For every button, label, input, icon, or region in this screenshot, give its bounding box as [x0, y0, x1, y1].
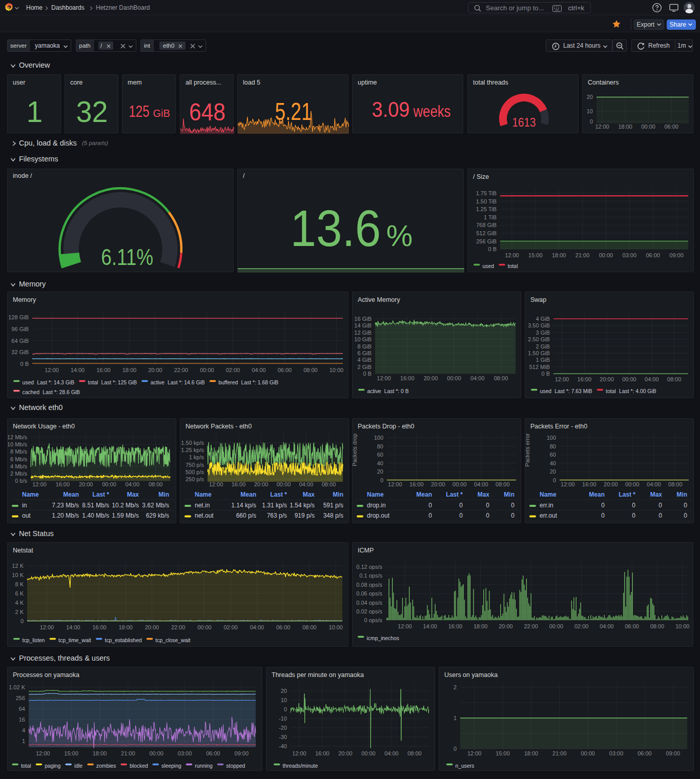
- svg-text:Mean: Mean: [63, 491, 79, 498]
- svg-text:04:00: 04:00: [384, 750, 399, 756]
- svg-text:Packets drop: Packets drop: [353, 434, 358, 466]
- svg-text:0.04 ops/s: 0.04 ops/s: [356, 600, 382, 606]
- svg-text:4 K: 4 K: [15, 600, 24, 606]
- svg-text:Last *: 28.6 GiB: Last *: 28.6 GiB: [43, 389, 80, 395]
- svg-text:stopped: stopped: [226, 763, 245, 769]
- svg-text:16:00: 16:00: [232, 481, 246, 487]
- svg-text:0 B: 0 B: [541, 371, 550, 377]
- svg-text:18:00: 18:00: [552, 252, 566, 258]
- svg-text:22:00: 22:00: [174, 367, 189, 373]
- svg-text:zombies: zombies: [96, 763, 116, 769]
- svg-text:04:00: 04:00: [252, 367, 266, 373]
- svg-text:-10: -10: [279, 715, 287, 722]
- svg-text:used: used: [540, 388, 552, 394]
- svg-text:12 GiB: 12 GiB: [354, 330, 372, 336]
- svg-text:16:00: 16:00: [400, 375, 415, 381]
- svg-text:1: 1: [22, 738, 25, 744]
- svg-text:10: 10: [281, 697, 287, 703]
- svg-text:/ Size: / Size: [473, 173, 489, 180]
- svg-text:Last *: 14.3 GiB: Last *: 14.3 GiB: [37, 380, 74, 385]
- svg-text:0: 0: [632, 512, 635, 519]
- svg-text:60: 60: [550, 452, 556, 458]
- svg-text:12:00: 12:00: [561, 481, 575, 487]
- svg-text:mem: mem: [128, 79, 142, 86]
- svg-text:0: 0: [284, 706, 287, 712]
- svg-text:04:00: 04:00: [250, 624, 264, 630]
- svg-text:20:00: 20:00: [254, 481, 269, 487]
- svg-text:16:00: 16:00: [315, 750, 330, 756]
- svg-text:08:00: 08:00: [322, 481, 336, 487]
- svg-text:3.50 GiB: 3.50 GiB: [528, 322, 550, 329]
- svg-text:32: 32: [76, 95, 108, 128]
- svg-text:18:00: 18:00: [122, 367, 137, 373]
- svg-text:750 p/s: 750 p/s: [186, 462, 204, 468]
- svg-text:06:00: 06:00: [625, 623, 639, 629]
- svg-text:load 5: load 5: [243, 79, 260, 86]
- svg-text:18:00: 18:00: [473, 623, 488, 629]
- svg-text:used: used: [483, 263, 495, 269]
- svg-text:18:00: 18:00: [118, 624, 133, 630]
- svg-text:04:00: 04:00: [645, 376, 659, 382]
- svg-text:0: 0: [459, 502, 463, 509]
- svg-text:04:00: 04:00: [600, 623, 614, 629]
- svg-text:1.14 kp/s: 1.14 kp/s: [231, 502, 256, 509]
- svg-text:Last *: Last *: [92, 491, 109, 498]
- svg-text:uptime: uptime: [358, 79, 377, 86]
- svg-text:09:00: 09:00: [235, 750, 249, 756]
- svg-text:0: 0: [590, 118, 593, 125]
- svg-text:15:00: 15:00: [64, 750, 78, 756]
- svg-text:648: 648: [189, 98, 225, 126]
- svg-text:10 K: 10 K: [12, 572, 24, 578]
- svg-text:0: 0: [632, 502, 635, 509]
- svg-text:64 GiB: 64 GiB: [11, 338, 29, 344]
- svg-text:Mean: Mean: [589, 491, 605, 498]
- svg-text:12 Mb/s: 12 Mb/s: [8, 434, 27, 440]
- svg-text:14 GiB: 14 GiB: [354, 322, 372, 329]
- svg-text:1.40 Mb/s: 1.40 Mb/s: [82, 512, 109, 519]
- svg-text:2 Mb/s: 2 Mb/s: [10, 470, 28, 477]
- svg-text:10:00: 10:00: [330, 367, 344, 373]
- svg-text:08:00: 08:00: [496, 481, 510, 487]
- svg-text:Name: Name: [195, 491, 212, 498]
- svg-text:12:00: 12:00: [377, 375, 391, 381]
- svg-text:active: active: [151, 380, 164, 385]
- svg-text:4 Mb/s: 4 Mb/s: [10, 463, 28, 469]
- svg-text:12:00: 12:00: [595, 124, 609, 130]
- svg-text:1 TiB: 1 TiB: [484, 214, 497, 220]
- svg-text:02:00: 02:00: [223, 624, 238, 630]
- svg-text:blocked: blocked: [130, 763, 148, 769]
- svg-text:16:00: 16:00: [96, 367, 111, 373]
- svg-text:100: 100: [547, 435, 556, 441]
- svg-text:12:00: 12:00: [292, 750, 306, 756]
- svg-text:1 kp/s: 1 kp/s: [189, 454, 204, 460]
- svg-text:total: total: [21, 763, 31, 769]
- svg-text:18:00: 18:00: [93, 750, 107, 756]
- svg-text:in: in: [22, 502, 27, 509]
- svg-text:08:00: 08:00: [650, 623, 665, 629]
- svg-text:Last *: 125 GiB: Last *: 125 GiB: [101, 380, 137, 385]
- svg-text:100: 100: [374, 435, 383, 441]
- svg-text:00:00: 00:00: [599, 252, 613, 258]
- svg-text:00:00: 00:00: [622, 376, 636, 382]
- svg-text:00:00: 00:00: [581, 750, 595, 756]
- svg-text:Last *: Last *: [270, 491, 287, 498]
- svg-text:64: 64: [19, 706, 25, 712]
- svg-text:drop.in: drop.in: [367, 502, 386, 509]
- svg-text:16:00: 16:00: [409, 481, 424, 487]
- svg-text:256: 256: [16, 695, 25, 701]
- svg-text:80: 80: [550, 443, 556, 449]
- svg-text:0.06 ops/s: 0.06 ops/s: [356, 590, 382, 597]
- svg-text:06:00: 06:00: [206, 750, 220, 756]
- svg-text:00:00: 00:00: [452, 481, 467, 487]
- svg-text:20:00: 20:00: [604, 481, 618, 487]
- svg-text:0 B: 0 B: [488, 246, 497, 252]
- svg-text:0: 0: [601, 512, 605, 519]
- svg-text:7.23 Mb/s: 7.23 Mb/s: [52, 502, 79, 509]
- svg-text:0: 0: [511, 512, 514, 519]
- svg-text:weeks: weeks: [413, 102, 451, 120]
- svg-text:00:00: 00:00: [197, 624, 212, 630]
- svg-text:total: total: [88, 380, 98, 385]
- svg-text:16:00: 16:00: [578, 376, 592, 382]
- svg-text:-20: -20: [279, 725, 287, 731]
- svg-text:active: active: [367, 388, 381, 394]
